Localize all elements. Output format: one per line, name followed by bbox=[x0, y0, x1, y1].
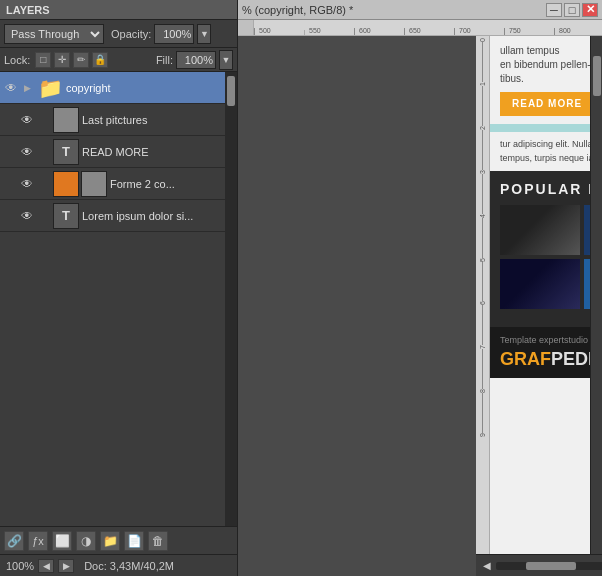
v-scroll-thumb[interactable] bbox=[593, 56, 601, 96]
wp-brand: GRAFPEDIA bbox=[500, 349, 602, 370]
blend-opacity-row: Pass Through Opacity: ▼ bbox=[0, 20, 237, 48]
layer-thumb-read-more: T bbox=[53, 139, 79, 165]
layers-panel-title: LAYERS bbox=[6, 4, 50, 16]
canvas-area: % (copyright, RGB/8) * ─ □ ✕ 500 550 600… bbox=[238, 0, 602, 576]
layer-item-last-pitctures[interactable]: 👁 Last pitctures bbox=[0, 104, 225, 136]
scroll-thumb-h[interactable] bbox=[526, 562, 576, 570]
ruler-mark-800: 800 bbox=[559, 27, 571, 34]
minimize-button[interactable]: ─ bbox=[546, 3, 562, 17]
eye-icon-read-more[interactable]: 👁 bbox=[18, 143, 36, 161]
eye-icon-lorem[interactable]: 👁 bbox=[18, 207, 36, 225]
wp-col1-text: ullam tempus en bibendum pellen- tibus. bbox=[500, 44, 602, 86]
ruler-mark-650: 650 bbox=[409, 27, 421, 34]
wp-footer-text: Template expertstudio by WonkaStudio dis… bbox=[500, 335, 602, 345]
lock-brush-icon[interactable]: ✏ bbox=[73, 52, 89, 68]
horizontal-ruler: 500 550 600 650 700 750 800 bbox=[254, 20, 602, 36]
h-scroll-area: ◀ ▶ bbox=[480, 560, 602, 571]
new-layer-icon[interactable]: 📄 bbox=[124, 531, 144, 551]
ruler-mark-600: 600 bbox=[359, 27, 371, 34]
tick-550 bbox=[354, 28, 355, 36]
opacity-arrow[interactable]: ▼ bbox=[197, 24, 211, 44]
wp-image-grid bbox=[500, 205, 602, 309]
thumb-gray bbox=[81, 171, 107, 197]
fill-arrow[interactable]: ▼ bbox=[219, 50, 233, 70]
lock-label: Lock: bbox=[4, 54, 30, 66]
wp-top-section: ullam tempus en bibendum pellen- tibus. … bbox=[490, 36, 602, 124]
expand-arrow-copyright[interactable]: ▶ bbox=[20, 81, 34, 95]
wp-body-text-section: tur adipiscing elit. Nullam tempus massa… bbox=[490, 132, 602, 171]
layer-name-lorem: Lorem ipsum dolor si... bbox=[82, 210, 223, 222]
vertical-scrollbar[interactable] bbox=[590, 36, 602, 554]
ruler-v-100: 1 bbox=[479, 82, 486, 86]
ruler-v-label: 0 bbox=[479, 38, 486, 42]
folder-icon: 📁 bbox=[38, 76, 63, 100]
link-layers-icon[interactable]: 🔗 bbox=[4, 531, 24, 551]
eye-icon-last-pitctures[interactable]: 👁 bbox=[18, 111, 36, 129]
lock-fill-row: Lock: □ ✛ ✏ 🔒 Fill: ▼ bbox=[0, 48, 237, 72]
eye-icon-copyright[interactable]: 👁 bbox=[2, 79, 20, 97]
layer-thumb-last-pitctures bbox=[53, 107, 79, 133]
webpage-content: ullam tempus en bibendum pellen- tibus. … bbox=[490, 36, 602, 576]
layer-item-copyright[interactable]: 👁 ▶ 📁 copyright bbox=[0, 72, 225, 104]
vertical-ruler: 0 1 2 3 4 5 6 7 8 9 bbox=[476, 36, 490, 576]
new-group-icon[interactable]: 📁 bbox=[100, 531, 120, 551]
blend-mode-select[interactable]: Pass Through bbox=[4, 24, 104, 44]
add-adjustment-icon[interactable]: ◑ bbox=[76, 531, 96, 551]
layer-name-forme2: Forme 2 co... bbox=[110, 178, 223, 190]
canvas-bottom-bar: ◀ ▶ bbox=[476, 554, 602, 576]
ruler-mark-700: 700 bbox=[459, 27, 471, 34]
ruler-row: 500 550 600 650 700 750 800 bbox=[238, 20, 602, 36]
wp-body-text: tur adipiscing elit. Nullam tempus massa… bbox=[500, 138, 602, 165]
tick-625 bbox=[504, 28, 505, 36]
doc-title-bar: % (copyright, RGB/8) * ─ □ ✕ bbox=[238, 0, 602, 20]
layer-list-wrap: 👁 ▶ 📁 copyright 👁 Last pitctures 👁 T REA… bbox=[0, 72, 237, 526]
tick-575 bbox=[404, 28, 405, 36]
add-mask-icon[interactable]: ⬜ bbox=[52, 531, 72, 551]
layer-name-read-more: READ MORE bbox=[82, 146, 223, 158]
doc-title: % (copyright, RGB/8) * bbox=[242, 4, 353, 16]
tick-650 bbox=[554, 28, 555, 36]
layers-bottom-toolbar: 🔗 ƒx ⬜ ◑ 📁 📄 🗑 bbox=[0, 526, 237, 554]
layer-item-forme2[interactable]: 👁 Forme 2 co... bbox=[0, 168, 225, 200]
eye-icon-forme2[interactable]: 👁 bbox=[18, 175, 36, 193]
scroll-track-h[interactable] bbox=[496, 562, 602, 570]
wp-popular-title: POPULAR PICTUR bbox=[500, 181, 602, 197]
ruler-corner bbox=[238, 20, 254, 36]
ruler-v-tick bbox=[482, 42, 483, 82]
ruler-mark-500: 500 bbox=[259, 27, 271, 34]
delete-layer-icon[interactable]: 🗑 bbox=[148, 531, 168, 551]
scroll-left-arrow[interactable]: ◀ bbox=[480, 560, 494, 571]
fill-label: Fill: bbox=[156, 54, 173, 66]
opacity-input[interactable] bbox=[154, 24, 194, 44]
maximize-button[interactable]: □ bbox=[564, 3, 580, 17]
tick-525 bbox=[304, 30, 305, 36]
webpage-inner: ullam tempus en bibendum pellen- tibus. … bbox=[490, 36, 602, 576]
lock-checkerboard-icon[interactable]: □ bbox=[35, 52, 51, 68]
layers-title-bar: LAYERS bbox=[0, 0, 237, 20]
wp-btn1[interactable]: READ MORE bbox=[500, 92, 594, 116]
lock-all-icon[interactable]: 🔒 bbox=[92, 52, 108, 68]
tick-600 bbox=[454, 28, 455, 36]
footer-nav-right[interactable]: ▶ bbox=[58, 559, 74, 573]
wp-col1: ullam tempus en bibendum pellen- tibus. … bbox=[500, 44, 602, 116]
layer-name-last-pitctures: Last pitctures bbox=[82, 114, 223, 126]
lock-move-icon[interactable]: ✛ bbox=[54, 52, 70, 68]
wp-brand-first: GRAF bbox=[500, 349, 551, 369]
zoom-level: 100% bbox=[6, 560, 34, 572]
footer-nav-left[interactable]: ◀ bbox=[38, 559, 54, 573]
wp-teal-strip bbox=[490, 124, 602, 132]
add-style-icon[interactable]: ƒx bbox=[28, 531, 48, 551]
thumb-orange bbox=[53, 171, 79, 197]
layer-thumbs-forme2 bbox=[53, 171, 107, 197]
layer-item-read-more[interactable]: 👁 T READ MORE bbox=[0, 136, 225, 168]
wp-dark-section: POPULAR PICTUR bbox=[490, 171, 602, 327]
fill-input[interactable] bbox=[176, 51, 216, 69]
layers-panel: LAYERS Pass Through Opacity: ▼ Lock: □ ✛… bbox=[0, 0, 238, 576]
win-controls: ─ □ ✕ bbox=[546, 3, 598, 17]
layer-scrollbar[interactable] bbox=[225, 72, 237, 526]
layer-item-lorem[interactable]: 👁 T Lorem ipsum dolor si... bbox=[0, 200, 225, 232]
expand-arrow-last-pitctures[interactable] bbox=[36, 113, 50, 127]
close-button[interactable]: ✕ bbox=[582, 3, 598, 17]
opacity-label: Opacity: bbox=[111, 28, 151, 40]
wp-img-stars bbox=[500, 259, 580, 309]
